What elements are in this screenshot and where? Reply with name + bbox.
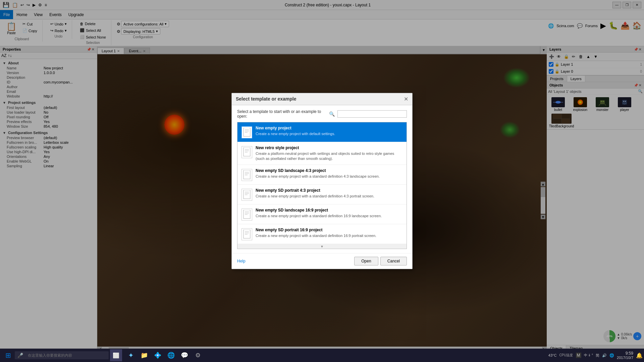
taskbar-volume-icon[interactable]: 🔊 [602, 353, 607, 358]
template-item-0[interactable]: New empty project Create a new empty pro… [237, 122, 407, 142]
modal-footer: Help Open Cancel [232, 253, 412, 269]
svg-rect-18 [244, 128, 250, 136]
task-view-button[interactable]: ⬜ [110, 349, 122, 361]
template-info-3: New empty SD portrait 4:3 project Create… [256, 188, 402, 199]
template-name-0: New empty project [256, 126, 402, 130]
taskbar-cpu-label: CPU温度 [559, 353, 573, 358]
template-name-1: New retro style project [256, 145, 402, 150]
taskbar-app-icon[interactable]: 💠 [152, 349, 164, 361]
taskbar-search-input[interactable] [24, 352, 98, 359]
taskbar-settings-icon[interactable]: ⚙ [192, 349, 204, 361]
modal-subtitle-text: Select a template to start with or an ex… [237, 109, 326, 119]
task-view-icon: ⬜ [113, 352, 119, 359]
search-bar: 🎤 [15, 351, 109, 359]
template-info-2: New empty SD landscape 4:3 project Creat… [256, 168, 402, 179]
template-name-3: New empty SD portrait 4:3 project [256, 188, 402, 193]
template-icon-0 [241, 126, 252, 138]
template-icon-4 [241, 208, 252, 221]
template-desc-0: Create a new empty project with default … [256, 131, 402, 136]
taskbar-pinned-icons: ✦ 📁 💠 🌐 💬 ⚙ [125, 349, 204, 361]
template-list: New empty project Create a new empty pro… [237, 122, 407, 249]
template-item-3[interactable]: New empty SD portrait 4:3 project Create… [237, 185, 407, 204]
template-info-1: New retro style project Create a platfor… [256, 145, 402, 162]
taskbar-lang: 简 [596, 353, 599, 358]
modal-search-icon: 🔍 [329, 111, 335, 117]
modal-dialog: Select template or example ✕ Select a te… [231, 93, 413, 269]
svg-rect-26 [244, 170, 250, 179]
svg-rect-34 [244, 210, 250, 219]
cancel-button[interactable]: Cancel [380, 257, 407, 265]
taskbar-blade-icon[interactable]: ✦ [125, 349, 137, 361]
taskbar-time: 9:59 [626, 351, 633, 356]
template-icon-2 [241, 169, 252, 181]
template-name-5: New empty SD portrait 16:9 project [256, 228, 402, 232]
template-item-1[interactable]: New retro style project Create a platfor… [237, 142, 407, 165]
template-list-scroll-bottom: ▼ [237, 244, 407, 249]
modal-buttons: Open Cancel [354, 257, 407, 265]
taskbar-ie-icon[interactable]: 🌐 [165, 349, 177, 361]
modal-search-input[interactable] [337, 110, 407, 118]
modal-title-bar: Select template or example ✕ [232, 93, 412, 105]
template-item-2[interactable]: New empty SD landscape 4:3 project Creat… [237, 165, 407, 185]
taskbar-network-icon[interactable]: 🌐 [609, 353, 614, 358]
help-link[interactable]: Help [237, 259, 246, 263]
modal-subtitle: Select a template to start with or an ex… [237, 109, 407, 119]
open-button[interactable]: Open [354, 257, 378, 265]
search-mic-icon: 🎤 [17, 353, 23, 358]
windows-icon: ⊞ [5, 351, 11, 359]
taskbar-date: 2017/10/7 [617, 356, 633, 360]
template-icon-5 [241, 228, 252, 240]
svg-rect-30 [244, 190, 250, 199]
taskbar-clock: 9:59 2017/10/7 [617, 351, 633, 360]
taskbar-notification-icon[interactable]: 🔔 [636, 352, 643, 359]
template-desc-4: Create a new empty project with a standa… [256, 214, 402, 219]
start-button[interactable]: ⊞ [1, 349, 15, 361]
template-desc-3: Create a new empty project with a standa… [256, 194, 402, 199]
taskbar-right: 43°C CPU温度 M 中 ⇓ ° 简 🔊 🌐 9:59 2017/10/7 … [548, 351, 643, 360]
svg-rect-22 [244, 147, 250, 156]
template-name-2: New empty SD landscape 4:3 project [256, 168, 402, 173]
template-desc-2: Create a new empty project with a standa… [256, 174, 402, 179]
template-item-4[interactable]: New empty SD landscape 16:9 project Crea… [237, 204, 407, 224]
modal-close-button[interactable]: ✕ [404, 96, 408, 102]
taskbar-folder-icon[interactable]: 📁 [138, 349, 150, 361]
modal-body: Select a template to start with or an ex… [232, 105, 412, 253]
template-icon-3 [241, 189, 252, 201]
template-desc-1: Create a platform-neutral project with s… [256, 151, 402, 162]
svg-rect-38 [244, 230, 250, 238]
scroll-bottom-icon: ▼ [320, 245, 324, 248]
taskbar-chat-icon[interactable]: 💬 [178, 349, 191, 361]
template-desc-5: Create a new empty project with a standa… [256, 233, 402, 238]
taskbar-temp: 43°C [548, 353, 557, 357]
template-info-4: New empty SD landscape 16:9 project Crea… [256, 208, 402, 219]
template-icon-1 [241, 146, 252, 158]
modal-title: Select template or example [236, 96, 297, 102]
taskbar: ⊞ 🎤 ⬜ ✦ 📁 💠 🌐 💬 ⚙ 43°C CPU温度 M 中 ⇓ ° 简 🔊… [0, 349, 644, 362]
modal-overlay: Select template or example ✕ Select a te… [0, 0, 644, 362]
template-name-4: New empty SD landscape 16:9 project [256, 208, 402, 213]
template-info-5: New empty SD portrait 16:9 project Creat… [256, 228, 402, 238]
taskbar-ime-icon: M [576, 353, 581, 358]
taskbar-input-mode: 中 ⇓ ° [584, 353, 593, 358]
template-item-5[interactable]: New empty SD portrait 16:9 project Creat… [237, 224, 407, 244]
template-info-0: New empty project Create a new empty pro… [256, 126, 402, 136]
